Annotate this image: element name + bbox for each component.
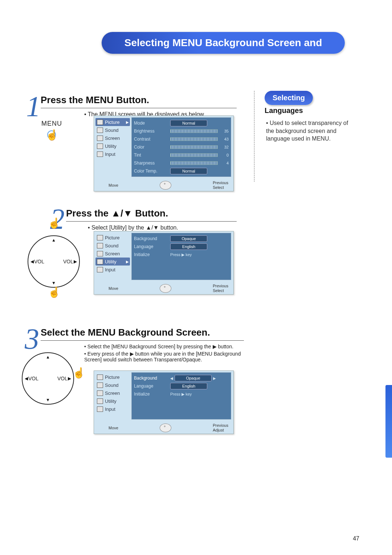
arrow-up-icon: ▲ — [52, 238, 56, 243]
osd1-mode-label: Mode — [134, 121, 170, 126]
utility-icon — [97, 398, 103, 404]
joystick-icon — [160, 284, 171, 293]
osd1-item-sound-label: Sound — [105, 127, 119, 133]
osd3-item-sound-label: Sound — [105, 382, 119, 388]
osd1-item-input: Input — [95, 150, 130, 158]
arrow-left-icon: ◀ — [25, 376, 28, 381]
osd1-item-input-label: Input — [105, 151, 115, 157]
osd2-item-input-label: Input — [105, 267, 115, 272]
osd1-contrast-label: Contrast — [134, 137, 170, 142]
sidebar: Selecting Languages • Used to select tra… — [254, 91, 355, 182]
sound-icon — [97, 127, 103, 133]
page-title-banner: Selecting MENU Background Screen and Lan… — [102, 32, 345, 54]
osd1-colortemp-label: Color Temp. — [134, 169, 170, 174]
osd2-initialize-label: Initialize — [134, 252, 170, 257]
osd3-item-utility-label: Utility — [105, 398, 117, 404]
osd-foot-move: Move — [109, 426, 118, 430]
arrow-right-icon: ▶ — [74, 259, 77, 264]
hand-press-down-icon — [48, 288, 58, 301]
edge-tab — [385, 385, 392, 458]
osd2-item-screen: Screen — [95, 250, 130, 258]
osd3-footer: Move Previous Adjust — [94, 421, 233, 434]
menu-label-text: MENU — [41, 120, 62, 127]
osd1-tint-label: Tint — [134, 153, 170, 158]
osd2-left-list: Picture Sound Screen Utility▶ Input — [94, 231, 131, 281]
step-2-heading: Press the ▲/▼ Button. — [66, 208, 237, 219]
remote-wheel-step3: ▲ ▼ ◀ ▶ VOL VOL — [22, 352, 74, 405]
osd1-item-screen-label: Screen — [105, 135, 120, 141]
osd2-item-picture-label: Picture — [105, 235, 119, 240]
sidebar-pill: Selecting — [265, 91, 313, 105]
osd1-mode-value: Normal — [170, 120, 207, 126]
osd2-item-screen-label: Screen — [105, 251, 120, 256]
osd1-sharpness-label: Sharpness — [134, 161, 170, 166]
osd1-brightness-value: 35 — [220, 129, 229, 133]
osd1-item-screen: Screen — [95, 134, 130, 142]
osd2-background-value: Opaque — [170, 235, 207, 242]
vol-left-label: VOL — [28, 376, 38, 381]
chevron-right-icon: ▶ — [126, 260, 129, 264]
chevron-right-icon: ▶ — [213, 376, 216, 380]
step-3-bullet-2: • Every press of the ▶ button while you … — [81, 351, 244, 362]
input-icon — [97, 267, 103, 272]
osd2-language-label: Language — [134, 244, 170, 249]
osd1-sharpness-value: 4 — [220, 161, 229, 165]
hand-press-right-icon — [73, 369, 83, 381]
osd3-initialize-label: Initialize — [134, 392, 170, 397]
osd2-item-picture: Picture — [95, 234, 130, 242]
osd1-colortemp-value: Normal — [170, 168, 207, 174]
osd1-left-list: Picture▶ Sound Screen Utility Input — [94, 116, 131, 178]
osd3-language-value: English — [170, 383, 207, 389]
osd2-background-label: Background — [134, 236, 170, 241]
osd3-initialize-value: Press ▶ key — [170, 391, 207, 397]
osd-foot-move: Move — [109, 286, 118, 291]
sidebar-text-body: Used to select transparency of the backg… — [266, 120, 348, 142]
arrow-up-icon: ▲ — [46, 355, 50, 360]
slider-icon — [170, 145, 218, 149]
osd2-initialize-value: Press ▶ key — [170, 252, 207, 258]
osd2-footer: Move Previous Select — [94, 281, 233, 294]
chevron-left-icon: ◀ — [170, 376, 173, 380]
osd2-item-sound-label: Sound — [105, 243, 119, 248]
osd-foot-previous: Previous — [213, 181, 228, 185]
vol-left-label: VOL — [34, 259, 44, 264]
picture-icon — [97, 235, 103, 240]
joystick-icon — [160, 181, 171, 190]
input-icon — [97, 406, 103, 412]
osd3-item-picture-label: Picture — [105, 374, 119, 380]
osd-foot-move: Move — [109, 183, 118, 187]
utility-icon — [97, 143, 103, 149]
input-icon — [97, 151, 103, 157]
osd1-contrast-value: 43 — [220, 137, 229, 141]
screen-icon — [97, 390, 103, 396]
osd3-item-picture: Picture — [95, 373, 130, 381]
screen-icon — [97, 251, 103, 256]
osd1-tint-value: 0 — [220, 153, 229, 157]
osd1-item-sound: Sound — [95, 126, 130, 134]
osd-screen-2: Picture Sound Screen Utility▶ Input Back… — [94, 231, 234, 295]
step-1-heading: Press the MENU Button. — [41, 94, 237, 106]
step-3-bullet-1: • Select the [MENU Background Screen] by… — [81, 344, 244, 349]
osd-foot-adjust: Adjust — [213, 428, 224, 432]
hand-press-icon — [46, 131, 56, 143]
osd-foot-select: Select — [213, 185, 224, 190]
osd3-left-list: Picture Sound Screen Utility Input — [94, 371, 131, 421]
osd1-item-utility-label: Utility — [105, 143, 117, 149]
slider-icon — [170, 161, 218, 165]
arrow-left-icon: ◀ — [30, 259, 34, 264]
osd-foot-select: Select — [213, 288, 224, 293]
osd1-right-panel: ModeNormal Brightness35 Contrast43 Color… — [131, 117, 231, 177]
osd1-brightness-label: Brightness — [134, 129, 170, 134]
osd3-item-sound: Sound — [95, 381, 130, 389]
step-2-block: Press the ▲/▼ Button. • Select [Utility]… — [66, 208, 237, 231]
page: Selecting MENU Background Screen and Lan… — [0, 0, 392, 555]
osd3-right-panel: Background◀Opaque▶ LanguageEnglish Initi… — [131, 372, 231, 420]
vol-right-label: VOL — [57, 376, 68, 381]
osd-foot-previous: Previous — [213, 423, 228, 428]
osd3-item-input-label: Input — [105, 406, 115, 412]
slider-icon — [170, 129, 218, 133]
arrow-down-icon: ▼ — [52, 280, 56, 285]
osd1-color-value: 32 — [220, 145, 229, 149]
dpad-wheel-icon: ▲ ▼ ◀ ▶ VOL VOL — [22, 352, 74, 405]
sidebar-subtitle: Languages — [265, 106, 355, 115]
